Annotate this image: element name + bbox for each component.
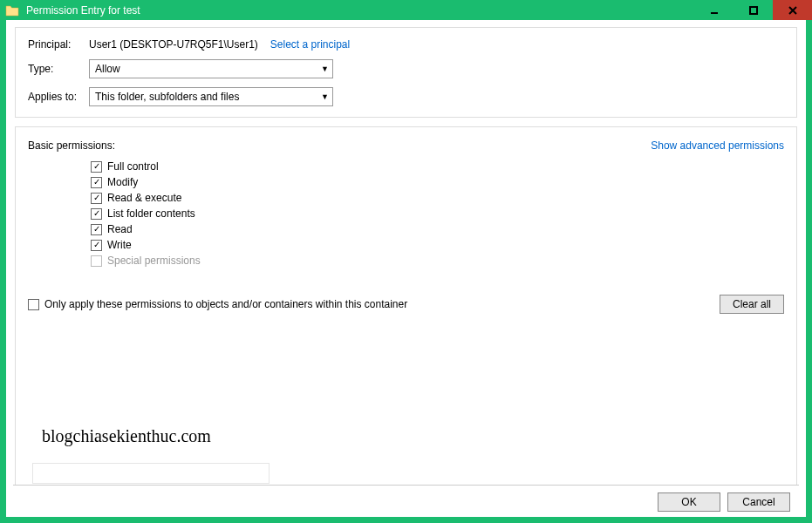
applies-select[interactable]: This folder, subfolders and files ▼: [89, 87, 333, 106]
chevron-down-icon: ▼: [321, 92, 329, 101]
svg-rect-0: [711, 12, 718, 14]
applies-label: Applies to:: [28, 91, 89, 103]
chevron-down-icon: ▼: [321, 65, 329, 73]
only-apply-row: Only apply these permissions to objects …: [28, 295, 784, 314]
permission-checkbox[interactable]: [91, 161, 102, 173]
type-label: Type:: [28, 63, 89, 75]
only-apply-label: Only apply these permissions to objects …: [44, 298, 407, 310]
permissions-section: Basic permissions: Show advanced permiss…: [15, 126, 797, 508]
principal-row: Principal: User1 (DESKTOP-U7RQ5F1\User1)…: [28, 38, 784, 51]
permissions-list: Full controlModifyRead & executeList fol…: [28, 160, 784, 270]
permission-item: Modify: [91, 176, 784, 188]
permissions-header: Basic permissions: Show advanced permiss…: [28, 139, 784, 152]
principal-value: User1 (DESKTOP-U7RQ5F1\User1): [89, 38, 258, 51]
permission-label: Write: [107, 239, 132, 251]
permission-item: List folder contents: [91, 207, 784, 220]
ghost-rect: [32, 463, 270, 484]
principal-section: Principal: User1 (DESKTOP-U7RQ5F1\User1)…: [15, 27, 797, 118]
principal-label: Principal:: [28, 38, 89, 51]
close-button[interactable]: [773, 0, 812, 20]
show-advanced-link[interactable]: Show advanced permissions: [651, 139, 784, 152]
permission-checkbox: [91, 255, 102, 267]
maximize-button[interactable]: [734, 0, 773, 20]
permission-checkbox[interactable]: [91, 240, 102, 251]
permission-label: List folder contents: [107, 207, 195, 220]
permission-label: Full control: [107, 160, 159, 173]
type-select[interactable]: Allow ▼: [89, 59, 333, 78]
ok-button[interactable]: OK: [658, 492, 720, 512]
window-title: Permission Entry for test: [26, 4, 140, 17]
permission-item: Full control: [91, 160, 784, 173]
applies-row: Applies to: This folder, subfolders and …: [28, 87, 784, 106]
permission-checkbox[interactable]: [91, 208, 102, 220]
basic-permissions-title: Basic permissions:: [28, 139, 115, 152]
only-apply-left: Only apply these permissions to objects …: [28, 298, 407, 310]
permission-item: Special permissions: [91, 255, 784, 267]
type-select-value: Allow: [95, 63, 120, 75]
applies-select-value: This folder, subfolders and files: [95, 91, 239, 103]
svg-rect-1: [750, 7, 757, 14]
titlebar: Permission Entry for test: [0, 0, 812, 20]
type-row: Type: Allow ▼: [28, 59, 784, 78]
watermark: blogchiasekienthuc.com: [42, 426, 211, 446]
bottom-bar: OK Cancel: [13, 485, 799, 512]
permission-item: Read & execute: [91, 192, 784, 204]
permission-item: Read: [91, 223, 784, 235]
folder-icon: [5, 4, 19, 17]
permission-checkbox[interactable]: [91, 193, 102, 204]
permission-entry-window: Permission Entry for test Principal: Use…: [0, 0, 812, 523]
minimize-button[interactable]: [694, 0, 734, 20]
select-principal-link[interactable]: Select a principal: [270, 38, 350, 51]
permission-checkbox[interactable]: [91, 177, 102, 188]
clear-all-button[interactable]: Clear all: [720, 295, 784, 314]
permission-label: Modify: [107, 176, 138, 188]
titlebar-left: Permission Entry for test: [0, 0, 140, 20]
permission-label: Read: [107, 223, 133, 235]
permission-label: Read & execute: [107, 192, 181, 204]
content-area: Principal: User1 (DESKTOP-U7RQ5F1\User1)…: [6, 20, 806, 517]
permission-checkbox[interactable]: [91, 224, 102, 235]
cancel-button[interactable]: Cancel: [727, 492, 790, 512]
window-controls: [694, 0, 812, 20]
permission-label: Special permissions: [107, 255, 201, 267]
only-apply-checkbox[interactable]: [28, 299, 39, 310]
permission-item: Write: [91, 239, 784, 251]
